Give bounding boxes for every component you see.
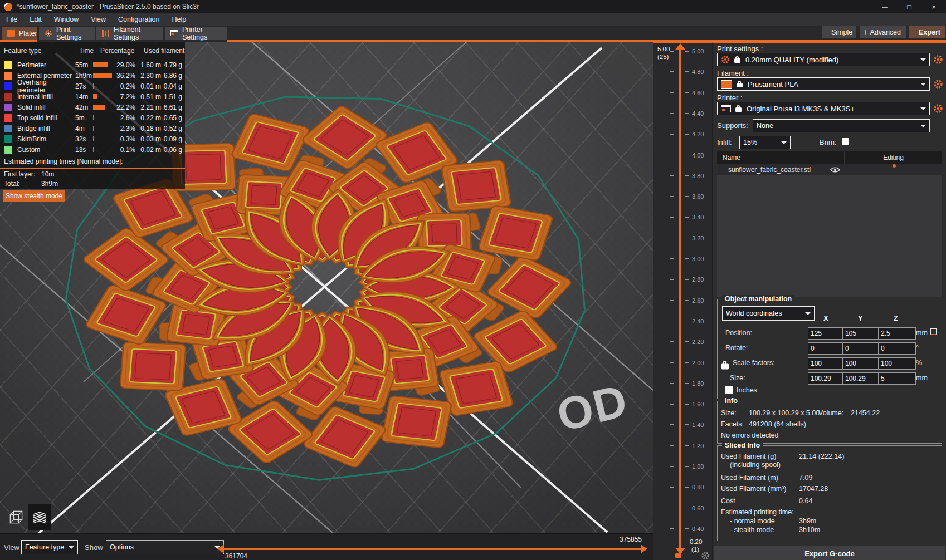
supports-dropdown[interactable]: None (753, 119, 930, 132)
maximize-button[interactable]: □ (897, 0, 921, 13)
manip-unit: mm (916, 374, 928, 382)
tab-filament-settings[interactable]: Filament Settings (96, 27, 163, 40)
minimize-button[interactable]: ─ (872, 0, 897, 13)
menu-item-view[interactable]: View (85, 13, 112, 26)
layer-tick-label: 4.40 (692, 110, 704, 117)
axis-header-y: Y (858, 314, 863, 322)
inches-checkbox[interactable] (725, 386, 733, 394)
editing-icon[interactable] (889, 166, 894, 173)
coordinates-dropdown[interactable]: World coordinates (722, 306, 815, 321)
feature-name: Custom (17, 146, 75, 154)
manip-position-y-input[interactable] (842, 327, 880, 340)
feature-mass: 4.79 g (161, 61, 182, 69)
legend-header-time: Time (79, 47, 94, 55)
manip-position-x-input[interactable] (808, 327, 846, 340)
3d-viewport[interactable]: OD Feature type Time Percentage Used fil… (0, 42, 653, 560)
mode-button-expert[interactable]: Expert (909, 26, 945, 38)
3d-view-button[interactable] (4, 504, 28, 530)
manip-scalefactors-y-input[interactable] (842, 357, 880, 370)
mode-button-simple[interactable]: Simple (822, 26, 856, 38)
sliced-row-label: (including spool) (730, 461, 781, 469)
layer-tick: 5.00 (653, 48, 712, 55)
title-bar: *sunflower_fabric_coaster - PrusaSlicer-… (0, 0, 946, 13)
facets-value: 491208 (64 shells) (749, 420, 806, 428)
manip-size-z-input[interactable] (878, 372, 916, 385)
brim-checkbox[interactable] (842, 138, 849, 145)
mode-button-advanced[interactable]: Advanced (860, 26, 906, 38)
manip-scalefactors-x-input[interactable] (808, 357, 846, 370)
chevron-down-icon (920, 83, 926, 86)
manip-size-x-input[interactable] (808, 372, 846, 385)
menu-item-edit[interactable]: Edit (23, 13, 48, 26)
feature-time: 14m (75, 93, 93, 101)
feature-percentage: 29.0% (114, 61, 135, 69)
object-list-row[interactable]: sunflower_fabric_coaster.stl (717, 164, 942, 175)
layer-tick-label: 2.60 (692, 297, 704, 304)
edit-filament-gear-icon[interactable] (933, 79, 943, 89)
show-stealth-mode-button[interactable]: Show stealth mode (3, 190, 65, 202)
layer-tick-label: 0.40 (692, 525, 704, 532)
filament-dropdown[interactable]: Prusament PLA (717, 77, 930, 91)
tab-printer-settings[interactable]: Printer Settings (165, 27, 227, 40)
percentage-bar (93, 83, 114, 89)
hslider-right-handle[interactable] (641, 544, 647, 553)
manip-rotate-z-input[interactable] (878, 342, 916, 355)
menu-item-configuration[interactable]: Configuration (112, 13, 165, 26)
mode-label: Simple (831, 28, 852, 36)
viewport-bottom-bar: View Feature type Show Options 375855 36… (0, 533, 653, 560)
layer-tick-label: 1.60 (692, 401, 704, 407)
object-name: sunflower_fabric_coaster.stl (717, 166, 811, 174)
infill-dropdown[interactable]: 15% (739, 136, 791, 149)
print-settings-label: Print settings : (717, 45, 763, 53)
menu-item-file[interactable]: File (0, 13, 23, 26)
axis-header-x: X (823, 314, 828, 322)
tab-plater[interactable]: Plater (2, 27, 37, 40)
manip-position-z-input[interactable] (878, 327, 916, 340)
eye-icon[interactable] (830, 166, 840, 173)
edit-printer-gear-icon[interactable] (933, 104, 943, 114)
volume-value: 21454.22 (851, 409, 880, 417)
first-layer-value: 10m (41, 170, 54, 178)
close-button[interactable]: × (921, 0, 946, 13)
window-title: *sunflower_fabric_coaster - PrusaSlicer-… (17, 3, 199, 11)
sliced-row-label: Cost (721, 497, 735, 505)
percentage-bar (93, 115, 114, 120)
manip-rotate-y-input[interactable] (842, 342, 880, 355)
manip-size-y-input[interactable] (842, 372, 880, 385)
drop-to-bed-icon[interactable] (930, 328, 937, 335)
legend-row: Solid infill42m22.2%2.21 m6.61 g (0, 102, 185, 112)
print-settings-dropdown[interactable]: 0.20mm QUALITY (modified) (717, 53, 930, 66)
slider-settings-gear-icon[interactable] (701, 551, 710, 560)
printer-dropdown[interactable]: Original Prusa i3 MK3S & MK3S+ (717, 102, 930, 115)
feature-length: 0.03 m (135, 135, 161, 143)
feature-length: 2.21 m (135, 104, 161, 111)
menu-item-window[interactable]: Window (48, 13, 85, 26)
legend-row: Overhang perimeter27s0.2%0.01 m0.04 g (0, 81, 185, 91)
filament-settings-icon (102, 30, 110, 37)
layers-view-button[interactable] (28, 504, 51, 530)
feature-percentage: 0.3% (114, 135, 135, 143)
manip-scalefactors-z-input[interactable] (878, 357, 916, 370)
feature-time: 42m (75, 104, 93, 111)
feature-name: Solid infill (17, 104, 75, 111)
layer-tick-label: 1.00 (692, 463, 704, 470)
export-gcode-button[interactable]: Export G-code (714, 546, 945, 560)
scale-lock-icon[interactable] (721, 361, 730, 370)
layer-tick: 3.40 (653, 214, 712, 220)
manip-row-label: Size: (730, 374, 745, 382)
edit-print-settings-gear-icon[interactable] (933, 55, 943, 65)
object-manipulation-group: Object manipulation World coordinates XY… (717, 299, 942, 399)
show-options-dropdown[interactable]: Options (106, 540, 224, 554)
manip-rotate-x-input[interactable] (808, 342, 846, 355)
view-type-dropdown[interactable]: Feature type (21, 540, 78, 554)
object-list: Name Editing sunflower_fabric_coaster.st… (717, 151, 942, 297)
hslider-track[interactable] (224, 548, 641, 550)
feature-percentage: 36.2% (114, 72, 135, 80)
layer-tick: 2.20 (653, 338, 712, 345)
unlock-icon[interactable] (675, 551, 682, 558)
tab-print-settings[interactable]: Print Settings (39, 27, 95, 40)
sliced-row-value: 0.64 (799, 497, 812, 505)
hslider-left-handle[interactable] (217, 544, 224, 553)
menu-item-help[interactable]: Help (165, 13, 192, 26)
percentage-bar (93, 73, 114, 78)
